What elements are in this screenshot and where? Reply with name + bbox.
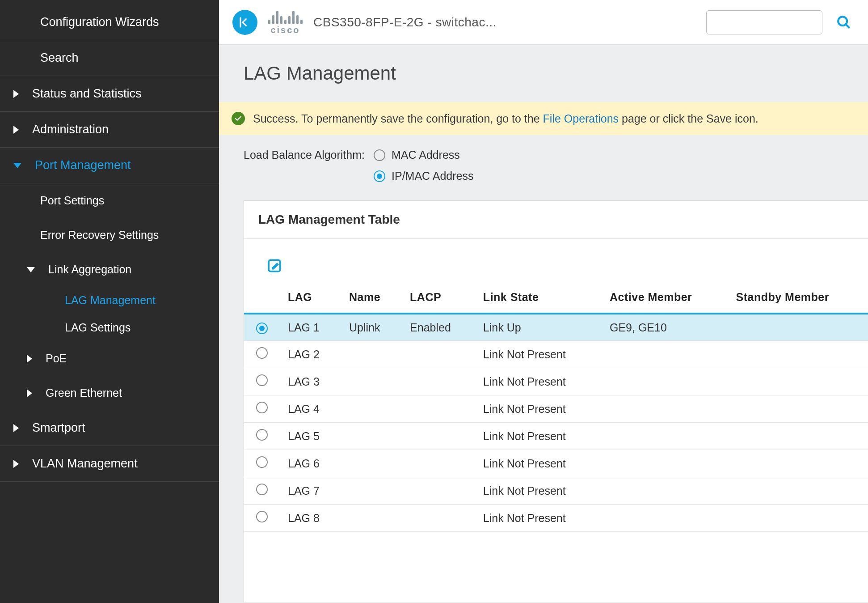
col-active-member: Active Member [602,284,728,314]
row-radio-icon[interactable] [256,402,268,413]
search-icon [836,15,851,30]
cell-lacp [402,477,475,505]
table-row[interactable]: LAG 8Link Not Present [244,505,868,532]
cell-standby [728,314,868,341]
sidebar-item-label: Configuration Wizards [40,15,159,29]
col-name: Name [341,284,402,314]
table-row[interactable]: LAG 6Link Not Present [244,450,868,477]
file-operations-link[interactable]: File Operations [543,112,619,125]
cell-name [341,395,402,423]
cell-lag: LAG 4 [280,395,341,423]
sidebar-item-label: Green Ethernet [46,386,122,399]
caret-right-icon [13,126,19,134]
collapse-icon [238,16,252,29]
collapse-sidebar-button[interactable] [232,10,257,35]
cell-link: Link Not Present [475,341,602,368]
sidebar-item-green-ethernet[interactable]: Green Ethernet [0,376,219,410]
cell-lacp [402,368,475,395]
load-balance-label: Load Balance Algorithm: [244,149,365,161]
sidebar-item-smartport[interactable]: Smartport [0,410,219,446]
cell-active [602,423,728,450]
table-row[interactable]: LAG 1UplinkEnabledLink UpGE9, GE10 [244,314,868,341]
col-lag: LAG [280,284,341,314]
table-header-row: LAGNameLACPLink StateActive MemberStandb… [244,284,868,314]
main-area: cisco CBS350-8FP-E-2G - switchac... LAG … [219,0,868,603]
radio-icon [374,149,385,161]
edit-button[interactable] [265,257,283,275]
sidebar-item-port-settings[interactable]: Port Settings [0,183,219,218]
sidebar-item-administration[interactable]: Administration [0,112,219,148]
row-radio-icon[interactable] [256,484,268,495]
sidebar-item-error-recovery-settings[interactable]: Error Recovery Settings [0,218,219,252]
caret-right-icon [13,460,19,468]
table-row[interactable]: LAG 4Link Not Present [244,395,868,423]
table-row[interactable]: LAG 3Link Not Present [244,368,868,395]
search-button[interactable] [833,12,855,33]
device-name: CBS350-8FP-E-2G - switchac... [313,15,497,30]
sidebar: Configuration WizardsSearchStatus and St… [0,0,219,603]
cell-name [341,450,402,477]
cell-lacp [402,341,475,368]
table-row[interactable]: LAG 2Link Not Present [244,341,868,368]
cell-active [602,450,728,477]
row-radio-icon[interactable] [256,347,268,359]
cell-lag: LAG 5 [280,423,341,450]
cell-name [341,477,402,505]
cell-standby [728,423,868,450]
lba-option-1[interactable]: IP/MAC Address [374,170,473,183]
sidebar-item-vlan-management[interactable]: VLAN Management [0,446,219,482]
sidebar-item-label: Port Management [35,158,131,172]
sidebar-item-label: Smartport [32,421,85,435]
sidebar-item-lag-management[interactable]: LAG Management [0,287,219,314]
cell-lag: LAG 2 [280,341,341,368]
alert-suffix: page or click the Save icon. [619,112,758,125]
cell-active: GE9, GE10 [602,314,728,341]
sidebar-item-label: LAG Settings [65,321,131,334]
cell-active [602,395,728,423]
cell-active [602,368,728,395]
lba-option-0[interactable]: MAC Address [374,149,473,161]
col-standby-member: Standby Member [728,284,868,314]
cell-link: Link Not Present [475,505,602,532]
cell-active [602,477,728,505]
sidebar-item-lag-settings[interactable]: LAG Settings [0,314,219,341]
edit-icon [267,258,282,273]
sidebar-item-poe[interactable]: PoE [0,341,219,376]
sidebar-item-label: Link Aggregation [48,263,131,276]
cell-lag: LAG 1 [280,314,341,341]
sidebar-item-port-management[interactable]: Port Management [0,148,219,183]
search-input[interactable] [706,10,822,34]
svg-point-0 [838,17,847,25]
cell-standby [728,395,868,423]
load-balance-options: MAC AddressIP/MAC Address [374,149,473,183]
sidebar-item-label: Port Settings [40,194,104,207]
cell-lacp [402,423,475,450]
cell-lacp [402,395,475,423]
lba-option-label: MAC Address [392,149,460,161]
sidebar-item-label: Status and Statistics [32,87,142,101]
cell-standby [728,341,868,368]
sidebar-item-link-aggregation[interactable]: Link Aggregation [0,252,219,287]
cell-name [341,505,402,532]
cell-active [602,341,728,368]
svg-line-1 [846,24,850,28]
row-radio-icon[interactable] [256,429,268,441]
cisco-bars-icon [268,9,303,24]
table-row[interactable]: LAG 7Link Not Present [244,477,868,505]
success-check-icon [232,112,245,125]
sidebar-item-search[interactable]: Search [0,40,219,76]
cisco-logo: cisco [268,9,303,35]
row-radio-icon[interactable] [256,511,268,522]
row-radio-icon[interactable] [256,456,268,468]
cell-lacp [402,450,475,477]
col-select [244,284,280,314]
cell-link: Link Not Present [475,395,602,423]
table-row[interactable]: LAG 5Link Not Present [244,423,868,450]
cell-link: Link Up [475,314,602,341]
cell-standby [728,505,868,532]
sidebar-item-status-and-statistics[interactable]: Status and Statistics [0,76,219,112]
cell-lag: LAG 8 [280,505,341,532]
row-radio-icon[interactable] [256,323,268,334]
row-radio-icon[interactable] [256,374,268,386]
sidebar-item-configuration-wizards[interactable]: Configuration Wizards [0,4,219,40]
